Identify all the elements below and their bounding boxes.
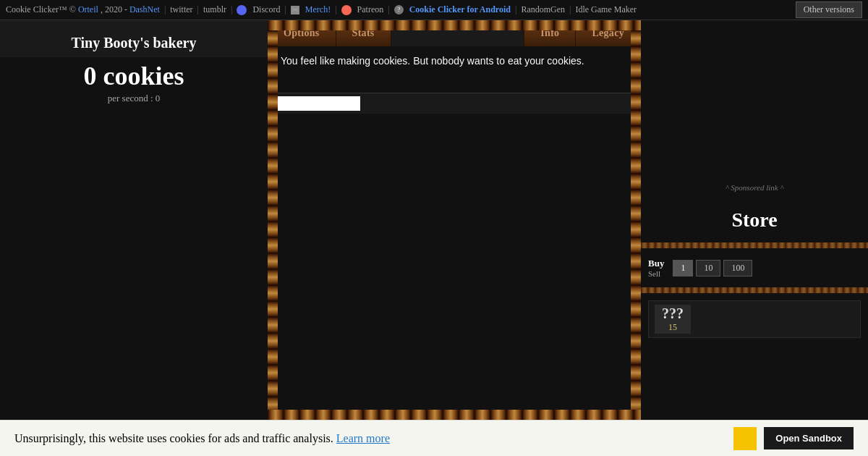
- randomgen-link[interactable]: RandomGen: [521, 4, 565, 15]
- android-link[interactable]: Cookie Clicker for Android: [409, 4, 511, 15]
- nav-separator-7: |: [515, 4, 516, 15]
- discord-link[interactable]: Discord: [252, 4, 280, 15]
- tab-row: Options Stats Info Legacy: [268, 20, 641, 46]
- question-icon: ?: [394, 5, 404, 14]
- bakery-name-area: Tiny Booty's bakery: [0, 20, 268, 57]
- brand-text: Cookie Clicker™ © Orteil , 2020 - DashNe…: [6, 4, 160, 15]
- patreon-icon: [341, 5, 352, 15]
- store-divider: [641, 242, 868, 248]
- center-section: Options Stats Info Legacy You feel like …: [268, 20, 641, 420]
- left-panel: Tiny Booty's bakery 0 cookies per second…: [0, 20, 268, 420]
- merch-link[interactable]: Merch!: [305, 4, 331, 15]
- message-text: You feel like making cookies. But nobody…: [281, 55, 584, 67]
- search-bar-area: [268, 93, 641, 114]
- buy-sell-controls: Buy Sell 1 10 100: [641, 252, 868, 284]
- store-divider-2: [641, 287, 868, 293]
- store-item-unknown[interactable]: ??? 15: [648, 300, 861, 338]
- qty-1-button[interactable]: 1: [673, 260, 693, 276]
- tumblr-link[interactable]: tumblr: [203, 4, 226, 15]
- game-message: You feel like making cookies. But nobody…: [268, 46, 641, 93]
- nav-separator-6: |: [388, 4, 389, 15]
- store-items-list: ??? 15: [641, 297, 868, 342]
- patreon-link[interactable]: Patreon: [357, 4, 384, 15]
- nav-separator-3: |: [231, 4, 232, 15]
- bakery-name: Tiny Booty's bakery: [7, 35, 260, 51]
- item-name-unknown: ???: [662, 305, 684, 322]
- buy-sell-label: Buy Sell: [648, 258, 664, 278]
- nav-separator-4: |: [284, 4, 286, 15]
- topbar: Cookie Clicker™ © Orteil , 2020 - DashNe…: [0, 0, 868, 20]
- nav-separator-5: |: [335, 4, 336, 15]
- buy-label: Buy: [648, 258, 664, 269]
- nav-separator-1: |: [164, 4, 166, 15]
- sell-label: Sell: [648, 269, 664, 278]
- orteil-link[interactable]: Orteil: [78, 4, 98, 14]
- qty-10-button[interactable]: 10: [696, 260, 720, 276]
- year-text: , 2020 -: [101, 4, 129, 14]
- right-panel: ^ Sponsored link ^ Store Buy Sell 1 10 1…: [641, 20, 868, 420]
- other-versions-button[interactable]: Other versions: [796, 1, 862, 18]
- tab-info[interactable]: Info: [524, 20, 575, 46]
- notification-message: Unsurprisingly, this website uses cookie…: [14, 432, 333, 444]
- store-title: Store: [641, 201, 868, 239]
- idle-game-maker-link[interactable]: Idle Game Maker: [575, 4, 637, 15]
- discord-icon: [237, 5, 247, 15]
- item-icon-unknown: ??? 15: [655, 305, 691, 334]
- cookie-click-area[interactable]: [0, 104, 268, 365]
- nav-separator-2: |: [197, 4, 199, 15]
- nav-separator-8: |: [569, 4, 571, 15]
- merch-icon: ✂: [291, 6, 299, 14]
- brand-prefix: Cookie Clicker™ ©: [6, 4, 76, 14]
- twitter-link[interactable]: twitter: [170, 4, 192, 15]
- item-count-unknown: 15: [668, 322, 677, 333]
- per-second-display: per second : 0: [0, 93, 268, 104]
- dashnet-link[interactable]: DashNet: [129, 4, 160, 14]
- notification-text: Unsurprisingly, this website uses cookie…: [14, 432, 390, 445]
- open-sandbox-button[interactable]: Open Sandbox: [764, 427, 854, 449]
- notification-bar: Unsurprisingly, this website uses cookie…: [0, 420, 868, 456]
- sandbox-color-swatch: [733, 427, 757, 450]
- tab-options[interactable]: Options: [268, 20, 336, 46]
- tab-legacy[interactable]: Legacy: [575, 20, 641, 46]
- notification-right: Open Sandbox: [733, 427, 854, 450]
- qty-100-button[interactable]: 100: [723, 260, 752, 276]
- tab-stats[interactable]: Stats: [336, 20, 391, 46]
- learn-more-link[interactable]: Learn more: [336, 432, 390, 444]
- search-input[interactable]: [273, 96, 360, 111]
- cookie-count-display: 0 cookies: [0, 61, 268, 91]
- sponsored-link-text: ^ Sponsored link ^: [720, 177, 789, 198]
